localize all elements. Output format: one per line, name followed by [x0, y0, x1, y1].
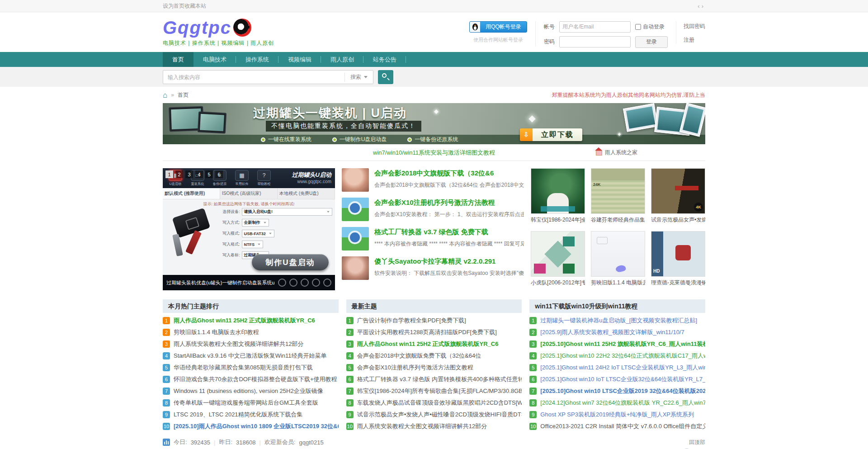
- set-homepage-link[interactable]: 设为首页收藏本站: [163, 2, 206, 10]
- list-item[interactable]: 6 格式工厂转换器 v3.7 绿色版 内置转换模板共400多种格式任意转换: [346, 373, 522, 385]
- list-item[interactable]: 5 华语经典老歌珍藏黑胶合集第085期无损音质打包下载: [163, 362, 339, 373]
- topic-link[interactable]: [2025.1]Ghost win11 24H2 IoT LTSC企业装机版YR…: [540, 364, 705, 372]
- topic-link[interactable]: 雨人作品Ghost win11 25H2 正式版旗舰装机版YR_C6: [174, 317, 339, 325]
- list-item[interactable]: 10 雨人系统安装教程大全图文视频详细讲解共12部分: [346, 421, 522, 432]
- list-item[interactable]: 5 会声会影X10注册机序列号激活方法图文教程: [346, 362, 522, 373]
- topic-link[interactable]: 雨人系统安装教程大全图文视频详细讲解共12部分: [174, 340, 339, 348]
- featured-slider[interactable]: ▮ U盘启动 ▭ 重装系统 ≡ 备份/还原 ▦ 常用软件: [163, 168, 335, 290]
- album-item[interactable]: 剪映旧版1.1.4 电脑版去水印教程: [591, 231, 645, 290]
- topic-link[interactable]: Windows 11 (business editions), version …: [174, 387, 339, 395]
- list-item[interactable]: 10 [2025.10]雨人作品Ghost win10 1809 企业版LTSC…: [163, 421, 339, 432]
- home-icon[interactable]: ⌂: [163, 91, 167, 99]
- rain-system-home-link[interactable]: 雨人系统之家: [595, 144, 637, 161]
- topic-link[interactable]: 雨人系统安装教程大全图文视频详细讲解共12部分: [357, 422, 522, 430]
- news-title[interactable]: 傻丫头Sayatoo卡拉字幕精灵 v2.2.0.291: [374, 257, 524, 266]
- list-item[interactable]: 8 传奇单机版一键端游戏服务端带网站后台GM工具全套版: [163, 397, 339, 409]
- album-item[interactable]: 韩宝仪[1986-2024年]全部专辑…: [531, 168, 585, 227]
- topic-link[interactable]: 怀旧游戏合集共70余款含DOF模拟器整合硬盘版下载+使用教程: [174, 375, 339, 383]
- album-cover-image[interactable]: [591, 231, 645, 277]
- topic-link[interactable]: LTSC 2019、LTSC 2021精简优化版系统下载合集: [174, 411, 339, 419]
- topic-link[interactable]: 车载发烧人声极品试音碟顶级音效珍藏版黑胶唱片2CD含DTS[WAV/320K]: [357, 399, 522, 407]
- news-title[interactable]: 格式工厂转换器 v3.7 绿色版 免费下载: [374, 228, 524, 236]
- forgot-password-link[interactable]: 找回密码: [684, 23, 705, 30]
- news-title[interactable]: 会声会影2018中文旗舰版下载（32位&6: [374, 169, 524, 178]
- slider-page-number[interactable]: 2: [175, 170, 183, 178]
- list-item[interactable]: 8 车载发烧人声极品试音碟顶级音效珍藏版黑胶唱片2CD含DTS[WAV/320K…: [346, 397, 522, 409]
- album-cover-image[interactable]: [651, 168, 705, 214]
- register-link[interactable]: 注册: [684, 36, 705, 44]
- list-item[interactable]: 3 [2025.10]Ghost win11 25H2 旗舰装机版YR_C6_雨…: [529, 338, 705, 350]
- topic-link[interactable]: [2025.1]Ghost win10 IoT LTSC企业版32位&64位装机…: [540, 375, 705, 383]
- topic-link[interactable]: [2025.1]Ghost win10 22H2 32位64位正式旗舰装机版C1…: [540, 352, 705, 360]
- password-input[interactable]: [559, 36, 631, 47]
- slider-page-number[interactable]: 6: [215, 170, 223, 178]
- list-item[interactable]: 6 怀旧游戏合集共70余款含DOF模拟器整合硬盘版下载+使用教程: [163, 373, 339, 385]
- slider-page-number[interactable]: 3: [185, 170, 193, 178]
- topic-link[interactable]: [2025.9]雨人系统安装教程_视频图文详解版_win11/10/7: [540, 328, 705, 336]
- topic-link[interactable]: 广告设计制作自学教程全集PDF[免费下载]: [357, 317, 522, 325]
- album-item[interactable]: 理查德-克莱德曼浪漫钢琴曲精选集3CD[…: [651, 231, 705, 290]
- news-item[interactable]: 会声会影X10注册机序列号激活方法教程 会声会影X10安装教程： 第一步： 1、…: [342, 198, 524, 221]
- topic-link[interactable]: [2024.12]Ghost win7 32位64位旗舰装机版 YR_C22.6…: [540, 399, 705, 407]
- list-item[interactable]: 1 广告设计制作自学教程全集PDF[免费下载]: [346, 315, 522, 326]
- album-cover-image[interactable]: [591, 168, 645, 214]
- list-item[interactable]: 7 [2025.10]Ghost win10 LTSC企业版2019 32位&6…: [529, 385, 705, 397]
- album-caption[interactable]: 韩宝仪[1986-2024年]全部专辑…: [531, 216, 585, 224]
- album-item[interactable]: 试音示范极品女声•发烧人声•磁性嗓音2CD: [651, 168, 705, 227]
- list-item[interactable]: 4 会声会影2018中文旗舰版免费下载（32位&64位: [346, 350, 522, 362]
- site-logo[interactable]: Gqgtpc 电脑技术 | 操作系统 | 视频编辑 | 雨人原创: [163, 18, 274, 47]
- album-caption[interactable]: 谷建芬老师经典作品集黑胶唱片试音碟下载: [591, 216, 645, 224]
- list-item[interactable]: 3 雨人系统安装教程大全图文视频详细讲解共12部分: [163, 338, 339, 350]
- list-item[interactable]: 4 [2025.1]Ghost win10 22H2 32位64位正式旗舰装机版…: [529, 350, 705, 362]
- album-cover-image[interactable]: [651, 231, 705, 277]
- login-button[interactable]: 登录: [635, 36, 668, 48]
- topic-link[interactable]: 传奇单机版一键端游戏服务端带网站后台GM工具全套版: [174, 399, 339, 407]
- slider-page-number[interactable]: 1: [165, 170, 173, 178]
- news-item[interactable]: 傻丫头Sayatoo卡拉字幕精灵 v2.2.0.291 软件安装说明： 下载解压…: [342, 256, 524, 280]
- auto-login-option[interactable]: 自动登录: [635, 23, 668, 31]
- topic-link[interactable]: StartAllBack v3.9.16 中文已激活版恢复Win11经典开始菜单: [174, 352, 339, 360]
- topic-link[interactable]: 平面设计实用教程共1288页高清扫描版PDF[免费下载]: [357, 328, 522, 336]
- list-item[interactable]: 4 StartAllBack v3.9.16 中文已激活版恢复Win11经典开始…: [163, 350, 339, 362]
- promo-banner[interactable]: 过期罐头一键装机 | U启动 不懂电脑也能重装系统，全自动智能傻瓜式！ 一键在线…: [163, 103, 705, 144]
- search-button[interactable]: [378, 70, 393, 84]
- album-item[interactable]: 小虎队[2006-2012年]专辑全集…: [531, 231, 585, 290]
- nav-item[interactable]: 雨人原创: [321, 52, 363, 67]
- topic-link[interactable]: 华语经典老歌珍藏黑胶合集第085期无损音质打包下载: [174, 364, 339, 372]
- list-item[interactable]: 9 LTSC 2019、LTSC 2021精简优化版系统下载合集: [163, 409, 339, 421]
- list-item[interactable]: 2 平面设计实用教程共1288页高清扫描版PDF[免费下载]: [346, 326, 522, 338]
- auto-login-checkbox[interactable]: [635, 24, 641, 30]
- list-item[interactable]: 10 Office2013-2021 C2R Install 简体中文 v7.6…: [529, 421, 705, 432]
- list-item[interactable]: 2 剪映旧版1.1.4 电脑版去水印教程: [163, 326, 339, 338]
- next-arrow-icon[interactable]: ›: [702, 3, 705, 9]
- list-item[interactable]: 7 韩宝仪[1986-2024年]所有专辑歌曲合集[无损FLAC/MP3/30.…: [346, 385, 522, 397]
- list-item[interactable]: 6 [2025.1]Ghost win10 IoT LTSC企业版32位&64位…: [529, 373, 705, 385]
- topic-link[interactable]: Office2013-2021 C2R Install 简体中文 v7.6.0.…: [540, 422, 705, 430]
- list-item[interactable]: 8 [2024.12]Ghost win7 32位64位旗舰装机版 YR_C22…: [529, 397, 705, 409]
- list-item[interactable]: 3 雨人作品Ghost win11 25H2 正式版旗舰装机版YR_C6: [346, 338, 522, 350]
- album-item[interactable]: 谷建芬老师经典作品集黑胶唱片试音碟下载: [591, 168, 645, 227]
- news-item[interactable]: 格式工厂转换器 v3.7 绿色版 免费下载 **** 本内容被作者隐藏 ****…: [342, 227, 524, 250]
- list-item[interactable]: 5 [2025.1]Ghost win11 24H2 IoT LTSC企业装机版…: [529, 362, 705, 373]
- nav-item[interactable]: 操作系统: [236, 52, 278, 67]
- list-item[interactable]: 7 Windows 11 (business editions), versio…: [163, 385, 339, 397]
- slider-page-number[interactable]: 5: [205, 170, 213, 178]
- back-to-top-link[interactable]: 回顶部: [689, 439, 705, 446]
- prev-arrow-icon[interactable]: ‹: [698, 3, 701, 9]
- topic-link[interactable]: 会声会影X10注册机序列号激活方法图文教程: [357, 364, 522, 372]
- nav-item[interactable]: 电脑技术: [193, 52, 236, 67]
- topic-link[interactable]: 过期罐头一键装机神器u盘启动版_[图文视频安装教程汇总贴]: [540, 317, 705, 325]
- breadcrumb-home[interactable]: 首页: [178, 91, 189, 99]
- nav-item[interactable]: 站务公告: [363, 52, 406, 67]
- list-item[interactable]: 1 过期罐头一键装机神器u盘启动版_[图文视频安装教程汇总贴]: [529, 315, 705, 326]
- topic-link[interactable]: 会声会影2018中文旗舰版免费下载（32位&64位: [357, 352, 522, 360]
- list-item[interactable]: 9 Ghost XP SP3装机版2019经典版+纯净版_雨人XP系统系列: [529, 409, 705, 421]
- topic-link[interactable]: [2025.10]Ghost win11 25H2 旗舰装机版YR_C6_雨人w…: [540, 340, 705, 348]
- list-item[interactable]: 1 雨人作品Ghost win11 25H2 正式版旗舰装机版YR_C6: [163, 315, 339, 326]
- topic-link[interactable]: [2025.10]Ghost win10 LTSC企业版2019 32位&64位…: [540, 387, 705, 395]
- username-input[interactable]: [559, 21, 631, 33]
- topic-link[interactable]: 韩宝仪[1986-2024年]所有专辑歌曲合集[无损FLAC/MP3/30.8G…: [357, 387, 522, 395]
- topic-link[interactable]: [2025.10]雨人作品Ghost win10 1809 企业版LTSC201…: [174, 422, 339, 430]
- news-item[interactable]: 会声会影2018中文旗舰版下载（32位&6 会声会影2018中文旗舰版下载（32…: [342, 168, 524, 192]
- topic-link[interactable]: 剪映旧版1.1.4 电脑版去水印教程: [174, 328, 339, 336]
